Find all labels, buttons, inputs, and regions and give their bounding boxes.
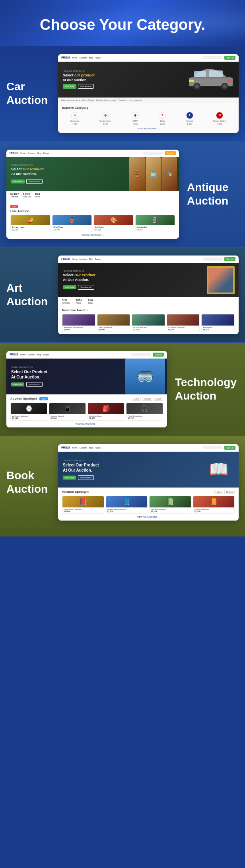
tech-card-img-1: ⌚ [11,403,47,414]
antique-card-2: 🏺 Blue Vase $2,490 [52,215,92,232]
art-nav-actions: Sign Up [203,257,235,261]
art-auction-btn[interactable]: View Auction [78,285,94,290]
tech-card-1: ⌚ MultiPocket Multibaggy $2,099 [10,403,47,421]
antique-img-1: 🏺 [129,157,145,191]
book-spotlight: Auction Spotlight 7 Days 30 Days 📕 Class… [58,488,239,521]
antique-nav-links: Home Auctions Blog Pages [20,152,141,154]
tech-hero-sub: IS PROUD DISPLAY OF [11,366,47,369]
antique-nav: PRG19 Home Auctions Blog Pages Sign Up [6,150,179,157]
tech-auction-btn[interactable]: All of Auction [26,382,43,387]
car-nav-cta[interactable]: Sign Up [224,56,235,60]
art-nav-search[interactable] [203,257,223,261]
book-nav-search[interactable] [203,446,223,449]
art-live-section: New Live Auction. Masterpiece in Metropo… [58,306,239,334]
art-live-title: New Live Auction. [62,308,235,312]
bmw-icon: ◉ [132,112,139,119]
tech-hero-btns: Take a Bid All of Auction [11,380,47,387]
art-hero-btns: View More View Auction [63,283,95,290]
ayrshire-icon: A [186,112,193,119]
antique-stats: $7,847Total Bid 1,293Total Lots 843Items [6,191,179,199]
tech-card-img-3: 🎒 [88,403,124,414]
tech-view-btn[interactable]: Take a Bid [11,382,24,386]
book-card-price-3: $3,280 [151,510,190,513]
header-section: Choose Your Category. [0,0,245,46]
book-view-btn[interactable]: Take a Bid [63,476,76,480]
tech-hero-text: IS PROUD DISPLAY OF Select Our ProductAt… [11,366,47,387]
book-spotlight-title: Auction Spotlight [62,490,89,493]
book-card-1: 📕 Classic Novel First Edition $2,099 [62,496,104,514]
antique-card-img-4: 🗿 [136,215,175,225]
art-view-btn[interactable]: View More [63,285,76,289]
book-card-price-2: $1,250 [107,510,146,513]
tab-7days[interactable]: 7 Days [132,397,141,401]
toyota-label: Toyota Camry [99,120,111,122]
antique-auction-btn[interactable]: View Auction [26,179,43,184]
car-view-btn[interactable]: View More [63,84,76,89]
book-view-all[interactable]: VIEW ALL AUCTIONS → [62,516,235,518]
ayrshire-label: Ayrshire [186,120,193,122]
live-auction-title: Live Auction [10,209,175,213]
car-hero-subtitle: IS PROUD DISPLAY OF [63,70,95,72]
tech-nav: PRG19 Home Auctions Blog Pages Sign Up [6,351,167,359]
antique-card-1: 🪔 Ancient Lamp $1,095 [10,215,51,232]
book-card-img-3: 📗 [150,496,191,507]
book-tab-30days[interactable]: 30 Days [224,490,235,494]
car-explore-title: Explore Category [62,106,235,109]
book-card-img-1: 📕 [62,496,104,507]
mercedes-icon: ☆ [71,112,78,119]
art-browser-mockup: PRG19 Home Auctions Blog Pages Sign Up I… [58,256,239,334]
art-stats: 3.2kArtworks 700+Artists 9.8kSales [58,297,239,306]
antique-view-all[interactable]: VIEW ALL AUCTIONS → [10,234,175,236]
spotlight-title: Auction Spotlight [10,397,37,400]
car-browser-mockup: PRG19 Home Auctions Blog Pages Sign Up I… [58,54,239,133]
svg-rect-2 [191,77,231,78]
car-hero: IS PROUD DISPLAY OF Select our productat… [58,62,239,98]
car-hero-text: IS PROUD DISPLAY OF Select our productat… [63,70,95,89]
book-nav-cta[interactable]: Sign Up [224,446,235,450]
antique-nav-search[interactable] [143,152,163,155]
antique-card-img-1: 🪔 [11,215,50,225]
art-nav-logo: PRG19 [61,257,70,261]
tech-nav-search[interactable] [131,353,151,356]
art-card-img-1 [62,314,95,326]
tech-label: TechnologyAuction [167,376,239,402]
antique-view-btn[interactable]: View More [11,179,25,183]
book-tab-7days[interactable]: 7 Days [214,490,223,494]
antique-auction-section: PRG19 Home Auctions Blog Pages Sign Up I… [0,142,245,247]
svg-rect-9 [189,80,194,82]
tech-card-4: 🎧 Pocket Jet AudioJam $5,287 [126,403,163,421]
art-card-5: Abstract Blue $6,103 [201,314,235,332]
antique-card-img-3: 🎨 [94,215,133,225]
antique-hero: IS PROUD DISPLAY OF Select Our ProductAt… [6,157,179,191]
tab-30days[interactable]: 30 Days [142,397,152,401]
svg-rect-10 [228,80,232,82]
art-card-2: Tactics ou Méthode $4,590 [97,314,130,332]
art-nav: PRG19 Home Auctions Blog Pages Sign Up [58,256,239,263]
antique-hero-btns: View More View Auction [11,177,44,184]
toyota-icon: ◎ [102,112,109,119]
car-auction-title: CarAuction [6,80,58,107]
view-all-brands[interactable]: VIEW ALL BRANDS → [62,127,235,130]
antique-nav-cta[interactable]: Sign Up [165,151,176,155]
antique-img-3: 🎭 [161,157,177,191]
nissan-label: Nissan Skyline [213,120,226,122]
book-nav-logo: PRG19 [61,446,70,449]
art-cards: Masterpiece in Metropolitan $5,640 Tacti… [62,314,235,332]
art-label: ArtAuction [6,281,58,308]
brand-ayrshire: A Ayrshire 1,020 [186,112,193,125]
book-card-2: 📘 Luxury Book Leatherbound $1,250 [106,496,148,514]
car-nav: PRG19 Home Auctions Blog Pages Sign Up [58,54,239,62]
tech-nav-cta[interactable]: Sign Up [153,353,164,357]
svg-point-4 [195,84,199,88]
art-nav-cta[interactable]: Sign Up [224,257,235,261]
car-auction-btn[interactable]: View Auction [78,84,94,89]
antique-label: AntiqueAuction [179,181,239,207]
book-hero-sub: IS PROUD DISPLAY OF [63,459,99,462]
tech-view-all[interactable]: VIEW ALL AUCTIONS → [10,423,163,425]
book-auction-btn[interactable]: View Auction [78,475,94,480]
art-hero-text: IS PROUD DISPLAY OF Select Our ProductAt… [63,270,95,289]
tab-annual[interactable]: Annual [154,397,163,401]
art-card-img-5 [202,314,234,326]
car-nav-search[interactable] [203,56,223,59]
book-nav: PRG19 Home Auctions Blog Pages Sign Up [58,444,239,452]
